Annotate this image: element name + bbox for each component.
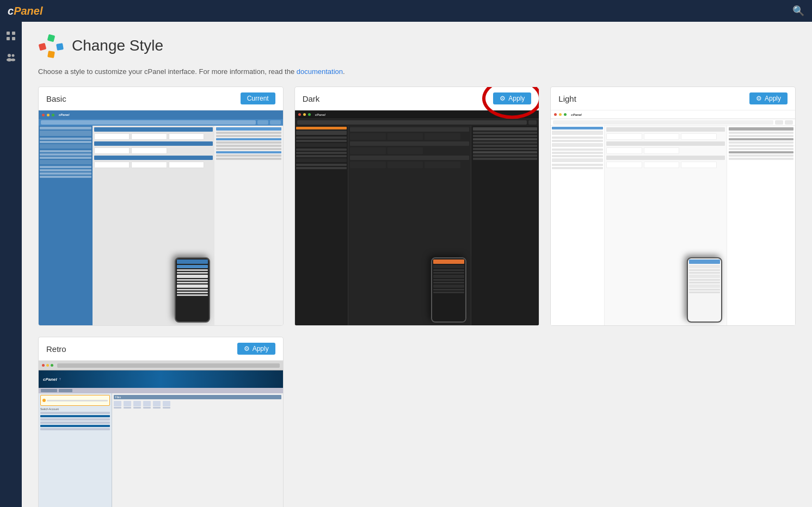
basic-dot-green <box>52 114 54 116</box>
svg-point-6 <box>12 54 15 57</box>
svg-point-4 <box>8 54 11 57</box>
search-icon[interactable]: 🔍 <box>792 5 804 16</box>
svg-rect-9 <box>39 43 47 51</box>
svg-rect-2 <box>7 37 10 40</box>
theme-card-dark: Dark ⚙ Apply cPanel <box>294 86 540 326</box>
dark-body <box>295 126 539 325</box>
svg-point-7 <box>11 59 15 61</box>
dark-phone-overlay <box>431 257 466 323</box>
basic-left-panel <box>39 126 93 325</box>
page-description: Choose a style to customize your cPanel … <box>38 67 796 76</box>
theme-card-retro: Retro ⚙ Apply cPanel <box>38 337 284 507</box>
dark-apply-button[interactable]: ⚙ Apply <box>493 92 531 104</box>
theme-card-retro-header: Retro ⚙ Apply <box>39 337 283 361</box>
basic-phone-screen <box>176 258 209 321</box>
theme-name-light: Light <box>558 94 576 103</box>
basic-preview-mockup: cPanel <box>39 110 283 325</box>
documentation-link[interactable]: documentation <box>297 67 343 76</box>
theme-card-light-header: Light ⚙ Apply <box>551 87 795 110</box>
theme-grid: Basic Current cPanel <box>38 86 796 326</box>
dark-right-panel <box>471 126 539 325</box>
light-phone-overlay <box>687 257 722 323</box>
theme-name-basic: Basic <box>46 94 66 103</box>
basic-dot-red <box>42 114 45 116</box>
svg-rect-12 <box>47 51 55 58</box>
dark-apply-gear: ⚙ <box>500 95 506 102</box>
light-phone-screen <box>688 258 721 321</box>
main-content: Change Style Choose a style to customize… <box>22 22 812 507</box>
page-title: Change Style <box>72 37 163 54</box>
retro-body: Switch Account Files <box>39 393 283 507</box>
light-left-panel <box>551 126 605 325</box>
dark-left-panel <box>295 126 349 325</box>
dark-preview-area: cPanel <box>295 110 539 325</box>
light-right-panel <box>727 126 795 325</box>
basic-current-button[interactable]: Current <box>241 92 275 104</box>
topbar-logo: cPanel <box>8 5 42 17</box>
topbar-right: 🔍 <box>792 5 804 17</box>
basic-topbar: cPanel <box>39 110 283 119</box>
retro-sidebar: Switch Account <box>39 393 112 507</box>
basic-logo: cPanel <box>59 113 69 116</box>
dark-topbar: cPanel <box>295 110 539 119</box>
basic-phone-topbar <box>177 259 208 264</box>
retro-info-bar <box>40 395 110 406</box>
page-icon <box>38 33 64 59</box>
svg-rect-3 <box>12 37 15 40</box>
sidebar <box>0 22 22 507</box>
topbar: cPanel 🔍 <box>0 0 812 22</box>
theme-card-light: Light ⚙ Apply cPanel <box>550 86 796 326</box>
retro-apply-button[interactable]: ⚙ Apply <box>237 343 275 355</box>
retro-browser-chrome <box>39 361 283 370</box>
retro-preview-area: cPanel T <box>39 361 283 507</box>
svg-rect-11 <box>56 43 64 51</box>
retro-main: Files <box>112 393 283 507</box>
retro-apply-gear: ⚙ <box>244 345 250 353</box>
basic-preview-area: cPanel <box>39 110 283 325</box>
dark-preview-mockup: cPanel <box>295 110 539 325</box>
retro-preview-mockup: cPanel T <box>39 361 283 507</box>
light-preview-area: cPanel <box>551 110 795 325</box>
light-body <box>551 126 795 325</box>
theme-grid-row2: Retro ⚙ Apply cPanel <box>38 337 796 507</box>
dark-apply-wrapper: ⚙ Apply <box>493 92 531 104</box>
retro-banner: cPanel T <box>39 370 283 388</box>
sidebar-item-apps[interactable] <box>2 27 20 45</box>
basic-phone-overlay <box>175 257 210 323</box>
theme-name-retro: Retro <box>46 344 66 354</box>
light-apply-gear: ⚙ <box>756 95 762 102</box>
light-apply-button[interactable]: ⚙ Apply <box>749 92 788 104</box>
svg-rect-1 <box>12 32 15 35</box>
page-header: Change Style <box>38 33 796 59</box>
light-topbar: cPanel <box>551 110 795 119</box>
svg-rect-0 <box>7 32 10 35</box>
basic-body <box>39 126 283 325</box>
empty-col3 <box>550 337 796 507</box>
theme-card-dark-header: Dark ⚙ Apply <box>295 87 539 110</box>
basic-right-panel <box>214 126 283 325</box>
theme-card-basic-header: Basic Current <box>39 87 283 110</box>
theme-card-basic: Basic Current cPanel <box>38 86 284 326</box>
theme-name-dark: Dark <box>303 94 320 103</box>
dark-phone-screen <box>432 258 465 321</box>
empty-col2 <box>294 337 540 507</box>
svg-rect-10 <box>47 34 56 42</box>
basic-dot-yellow <box>47 114 50 116</box>
light-preview-mockup: cPanel <box>551 110 795 325</box>
sidebar-item-users[interactable] <box>2 49 20 66</box>
